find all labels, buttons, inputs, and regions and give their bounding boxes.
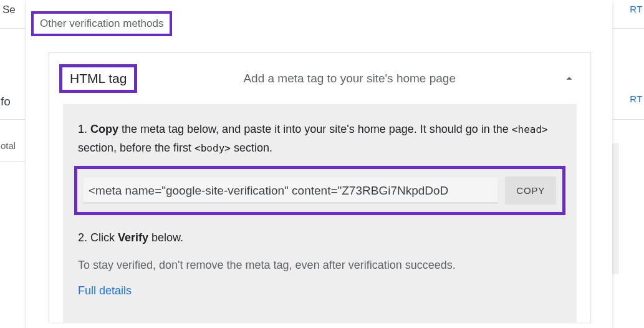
section-header-text: Other verification methods <box>40 17 163 29</box>
step-2: 2. Click Verify below. <box>78 229 562 248</box>
bg-text-fragment: Se <box>2 4 16 16</box>
meta-tag-highlight: <meta name="google-site-verification" co… <box>74 166 565 215</box>
copy-button[interactable]: COPY <box>505 176 556 205</box>
method-card-html-tag: HTML tag Add a meta tag to your site's h… <box>49 52 591 322</box>
meta-tag-input[interactable]: <meta name="google-site-verification" co… <box>84 178 497 203</box>
bg-button-fragment: RT <box>630 4 643 14</box>
method-description: Add a meta tag to your site's home page <box>148 72 550 85</box>
full-details-link[interactable]: Full details <box>78 284 132 297</box>
verification-note: To stay verified, don't remove the meta … <box>78 259 562 272</box>
method-header[interactable]: HTML tag Add a meta tag to your site's h… <box>49 53 590 104</box>
instructions-panel: 1. Copy the meta tag below, and paste it… <box>63 104 577 322</box>
section-header-other-methods[interactable]: Other verification methods <box>31 11 172 36</box>
verification-modal: Other verification methods HTML tag Add … <box>26 0 612 328</box>
chevron-up-icon[interactable] <box>562 71 577 86</box>
method-title: HTML tag <box>59 64 137 93</box>
bg-button-fragment: RT <box>630 94 643 104</box>
bg-text-fragment: otal <box>1 140 16 151</box>
step-1: 1. Copy the meta tag below, and paste it… <box>78 120 562 157</box>
bg-text-fragment: fo <box>1 95 11 109</box>
background-right: RT RT <box>616 0 644 328</box>
